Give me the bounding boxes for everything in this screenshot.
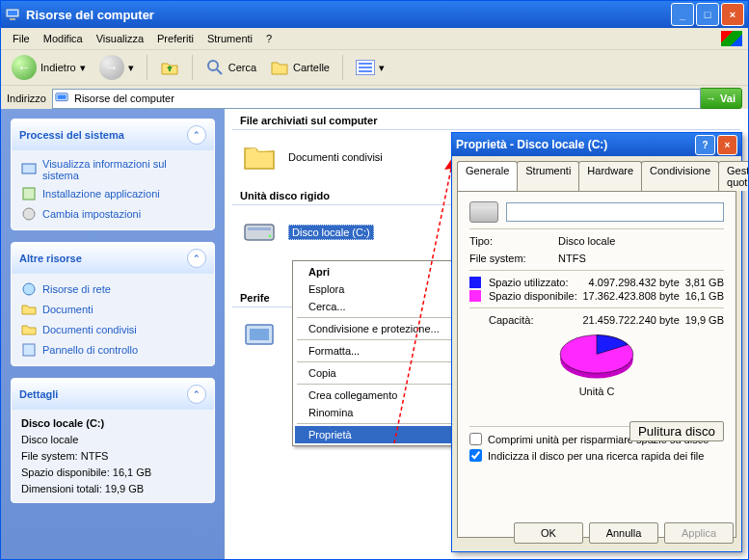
control-panel-link[interactable]: Pannello di controllo — [21, 342, 204, 358]
panel-header[interactable]: Dettagli ⌃ — [12, 379, 214, 410]
menu-copy[interactable]: Copia — [295, 364, 465, 382]
svg-rect-8 — [23, 188, 35, 200]
forward-button[interactable]: → ▾ — [94, 52, 139, 83]
menu-rename[interactable]: Rinomina — [295, 404, 465, 421]
folder-up-icon — [160, 58, 179, 77]
collapse-icon[interactable]: ⌃ — [187, 125, 206, 145]
change-settings-link[interactable]: Cambia impostazioni — [21, 206, 204, 222]
minimize-button[interactable]: _ — [671, 3, 694, 26]
svg-rect-2 — [10, 18, 15, 20]
back-menu-icon[interactable]: ▾ — [80, 62, 86, 74]
info-icon — [21, 162, 37, 177]
dialog-help-button[interactable]: ? — [695, 135, 715, 155]
menu-view[interactable]: Visualizza — [91, 31, 149, 46]
apply-button[interactable]: Applica — [664, 522, 734, 544]
explorer-window: Risorse del computer _ □ × File Modifica… — [0, 0, 749, 560]
programs-icon — [21, 186, 37, 201]
type-label: Tipo: — [469, 235, 550, 247]
menu-favorites[interactable]: Preferiti — [151, 31, 200, 46]
separator — [192, 55, 193, 80]
computer-icon — [5, 7, 20, 22]
maximize-button[interactable]: □ — [696, 3, 719, 26]
network-places-link[interactable]: Risorse di rete — [21, 281, 204, 297]
tasks-pane: Processi del sistema ⌃ Visualizza inform… — [1, 109, 225, 559]
menu-help[interactable]: ? — [260, 31, 278, 46]
back-icon: ← — [12, 55, 37, 80]
collapse-icon[interactable]: ⌃ — [187, 385, 206, 404]
view-system-info-link[interactable]: Visualizza informazioni sul sistema — [21, 158, 204, 181]
type-value: Disco locale — [558, 235, 615, 247]
used-swatch-icon — [469, 277, 481, 288]
add-remove-programs-link[interactable]: Installazione applicazioni — [21, 186, 204, 201]
separator — [342, 55, 343, 80]
go-button[interactable]: → Vai — [699, 88, 742, 109]
tab-quota[interactable]: Gestione quote — [718, 161, 749, 191]
views-menu-icon[interactable]: ▾ — [379, 62, 385, 74]
svg-point-14 — [269, 235, 272, 238]
tab-tools[interactable]: Strumenti — [517, 161, 579, 191]
folder-icon — [21, 302, 37, 317]
dialog-close-button[interactable]: × — [717, 135, 737, 155]
menu-properties[interactable]: Proprietà — [295, 426, 465, 443]
compress-input[interactable] — [469, 433, 482, 445]
documents-link[interactable]: Documenti — [21, 302, 204, 317]
folder-icon — [21, 322, 37, 337]
menu-sharing[interactable]: Condivisione e protezione... — [295, 320, 465, 337]
index-input[interactable] — [469, 449, 482, 462]
system-tasks-panel: Processi del sistema ⌃ Visualizza inform… — [11, 119, 215, 230]
tab-row: Generale Strumenti Hardware Condivisione… — [452, 156, 741, 191]
svg-point-3 — [208, 61, 218, 70]
menu-search[interactable]: Cerca... — [295, 298, 465, 315]
disk-usage-pie — [552, 332, 641, 384]
title-bar[interactable]: Risorse del computer _ □ × — [1, 1, 748, 28]
tab-sharing[interactable]: Condivisione — [641, 161, 719, 191]
settings-icon — [21, 206, 37, 222]
windows-flag-icon[interactable] — [721, 31, 742, 46]
menu-explore[interactable]: Esplora — [295, 280, 465, 298]
disk-cleanup-button[interactable]: Pulitura disco — [629, 421, 724, 441]
menu-open[interactable]: Apri — [295, 263, 465, 280]
views-button[interactable]: ▾ — [351, 57, 389, 78]
computer-icon — [55, 92, 68, 105]
back-button[interactable]: ← Indietro ▾ — [7, 52, 91, 83]
free-space-row: Spazio disponibile: 17.362.423.808 byte … — [469, 290, 724, 302]
drive-label-input[interactable] — [506, 202, 724, 222]
forward-menu-icon[interactable]: ▾ — [128, 62, 134, 74]
window-title: Risorse del computer — [26, 8, 671, 22]
collapse-icon[interactable]: ⌃ — [187, 249, 206, 268]
views-icon — [356, 60, 375, 75]
up-button[interactable] — [155, 55, 184, 80]
search-button[interactable]: Cerca — [201, 55, 261, 80]
svg-rect-7 — [22, 164, 36, 173]
menu-format[interactable]: Formatta... — [295, 342, 465, 360]
item-label: Documenti condivisi — [288, 151, 383, 163]
item-label-selected: Disco locale (C:) — [288, 225, 374, 240]
shared-documents-link[interactable]: Documenti condivisi — [21, 322, 204, 337]
panel-header[interactable]: Altre risorse ⌃ — [12, 243, 214, 274]
detail-filesystem: File system: NTFS — [21, 450, 204, 462]
context-menu: Apri Esplora Cerca... Condivisione e pro… — [292, 260, 468, 446]
other-places-panel: Altre risorse ⌃ Risorse di rete Document… — [11, 242, 215, 366]
forward-icon: → — [99, 55, 124, 80]
svg-point-10 — [23, 283, 35, 295]
tab-hardware[interactable]: Hardware — [578, 161, 642, 191]
menu-shortcut[interactable]: Crea collegamento — [295, 387, 465, 404]
cancel-button[interactable]: Annulla — [589, 522, 658, 544]
tab-general[interactable]: Generale — [457, 161, 518, 191]
folder-icon — [242, 140, 277, 174]
dialog-title-bar[interactable]: Proprietà - Disco locale (C:) ? × — [452, 133, 741, 156]
address-input[interactable] — [52, 89, 701, 109]
menu-tools[interactable]: Strumenti — [201, 31, 258, 46]
folders-button[interactable]: Cartelle — [265, 55, 334, 80]
panel-header[interactable]: Processi del sistema ⌃ — [12, 120, 214, 150]
address-label: Indirizzo — [7, 93, 46, 104]
menu-file[interactable]: File — [7, 31, 36, 46]
svg-rect-12 — [245, 225, 274, 240]
menu-edit[interactable]: Modifica — [38, 31, 89, 46]
go-arrow-icon: → — [706, 93, 716, 104]
ok-button[interactable]: OK — [514, 522, 583, 544]
device-icon — [242, 317, 277, 352]
index-checkbox[interactable]: Indicizza il disco per una ricerca rapid… — [469, 449, 724, 462]
back-label: Indietro — [40, 62, 76, 73]
close-button[interactable]: × — [721, 3, 744, 26]
